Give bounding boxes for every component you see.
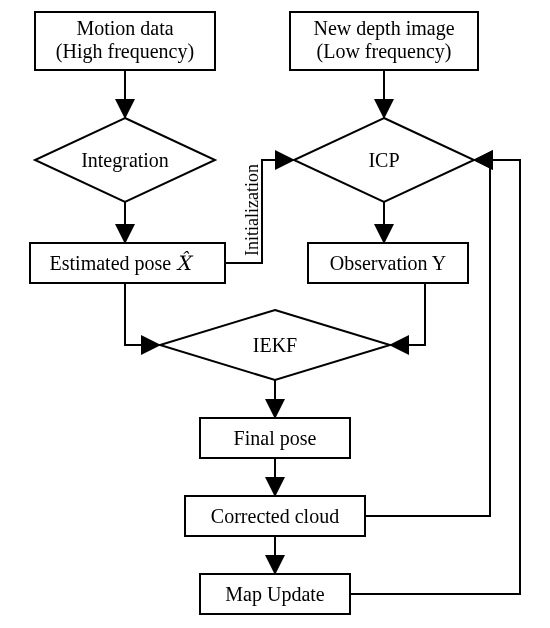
motion-line1: Motion data [76, 17, 173, 39]
estimated-pose-label: Estimated pose X̂ [50, 251, 195, 275]
edge-mapupdate-to-icp [350, 160, 520, 594]
depth-line1: New depth image [313, 17, 454, 40]
integration-label: Integration [81, 149, 169, 172]
iekf-label: IEKF [253, 334, 297, 356]
final-pose-label: Final pose [234, 427, 317, 450]
depth-line2: (Low frequency) [317, 40, 452, 63]
observation-label: Observation Y [330, 252, 446, 274]
edge-estpose-to-iekf [125, 283, 157, 345]
motion-line2: (High frequency) [56, 40, 194, 63]
initialization-label: Initialization [242, 164, 262, 256]
flowchart: Motion data (High frequency) New depth i… [0, 0, 550, 628]
corrected-cloud-label: Corrected cloud [211, 505, 339, 527]
icp-label: ICP [368, 149, 399, 171]
map-update-label: Map Update [225, 583, 325, 606]
edge-observation-to-iekf [393, 283, 425, 345]
